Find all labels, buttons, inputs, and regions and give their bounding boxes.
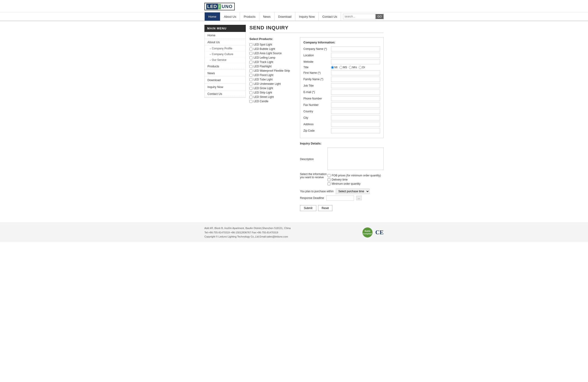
sidebar-item-about-us[interactable]: About Us (205, 39, 246, 46)
inquiry-details-title: Inquiry Details: (300, 142, 384, 145)
search-input[interactable] (343, 14, 375, 19)
input-email[interactable] (331, 90, 380, 95)
nav-contact-us[interactable]: Contact Us (318, 12, 341, 21)
sidebar: MAIN MENU Home About Us Company Profile … (204, 25, 246, 211)
input-country[interactable] (331, 109, 380, 114)
product-item: LED Track Light (250, 60, 295, 64)
checkbox-fob: FOB prices (for minimum order quantity) (328, 174, 384, 177)
checkbox-delivery: Delivery time (328, 178, 384, 181)
product-checkbox-7[interactable] (250, 74, 252, 77)
sidebar-item-products[interactable]: Products (205, 63, 246, 70)
nav-about-us[interactable]: About Us (220, 12, 240, 21)
deadline-picker-button[interactable]: ... (356, 196, 362, 200)
product-checkbox-10[interactable] (250, 87, 252, 90)
product-checkbox-12[interactable] (250, 96, 252, 99)
input-company-name[interactable] (331, 46, 380, 51)
radio-mrs[interactable]: Mrs (349, 66, 357, 69)
checkbox-moq-input[interactable] (328, 182, 331, 185)
product-label-12: LED Street Light (253, 95, 274, 99)
label-country: Country (303, 110, 331, 113)
sidebar-item-contact-us[interactable]: Contact Us (205, 90, 246, 97)
product-checkbox-3[interactable] (250, 56, 252, 59)
sidebar-item-company-culture[interactable]: Company Culture (205, 51, 246, 57)
product-checkbox-4[interactable] (250, 61, 252, 64)
radio-mr[interactable]: Mr (331, 66, 338, 69)
nav-news[interactable]: News (259, 12, 274, 21)
form-row-country: Country (303, 109, 380, 114)
label-address: Address (303, 123, 331, 126)
label-title: Title (303, 66, 331, 69)
form-row-zip: Zip Code (303, 128, 380, 133)
form-row-website: Website (303, 59, 380, 64)
radio-ms[interactable]: MS (339, 66, 347, 69)
sidebar-item-news[interactable]: News (205, 70, 246, 77)
label-location: Location (303, 54, 331, 57)
product-checkbox-1[interactable] (250, 47, 252, 51)
submit-button[interactable]: Submit (300, 205, 316, 211)
input-family-name[interactable] (331, 77, 380, 82)
product-label-3: LED Leiling Lamp (253, 56, 275, 59)
form-buttons: Submit Reset (300, 205, 384, 211)
input-zip[interactable] (331, 128, 380, 133)
logo[interactable]: LED / UNO (204, 3, 235, 10)
nav-inquiry-now[interactable]: Inquiry Now (295, 12, 319, 21)
footer-address: Add:4/F, Block B, HuiXin Apartment, BaoA… (204, 226, 291, 230)
form-row-company-name: Company Name (*) (303, 46, 380, 51)
sidebar-item-company-profile[interactable]: Company Profile (205, 46, 246, 51)
product-checkbox-9[interactable] (250, 83, 252, 85)
purchase-select[interactable]: Select purchase time 1 month 3 months 6 … (336, 189, 370, 194)
product-item: LED Street Light (250, 95, 295, 99)
description-textarea[interactable] (328, 148, 384, 170)
sidebar-item-inquiry-now[interactable]: Inquiry Now (205, 84, 246, 90)
footer: Add:4/F, Block B, HuiXin Apartment, BaoA… (0, 223, 588, 242)
sidebar-item-download[interactable]: Download (205, 77, 246, 84)
product-label-2: LED Area Light Source (253, 52, 282, 55)
nav-products[interactable]: Products (240, 12, 259, 21)
reset-button[interactable]: Reset (318, 205, 332, 211)
product-checkbox-2[interactable] (250, 52, 252, 55)
input-website[interactable] (331, 59, 380, 64)
input-address[interactable] (331, 122, 380, 127)
sidebar-item-our-service[interactable]: Our Service (205, 57, 246, 63)
footer-tel: Tel:+86-755-81470319 +86-15012836767 Fax… (204, 230, 291, 235)
product-checkbox-13[interactable] (250, 100, 252, 103)
input-fax[interactable] (331, 103, 380, 107)
nav-download[interactable]: Download (274, 12, 295, 21)
sidebar-item-home[interactable]: Home (205, 32, 246, 39)
radio-input-ms[interactable] (339, 66, 342, 69)
checkbox-moq: Minimum order quantity (328, 182, 384, 185)
input-city[interactable] (331, 115, 380, 120)
footer-copyright: Copyright © Leduno Lighting Technology C… (204, 234, 291, 239)
label-family-name: Family Name (*) (303, 78, 331, 81)
top-form-row: Select Products: LED Spot LightLED Bubbl… (250, 37, 384, 211)
form-row-description: Description (300, 148, 384, 171)
input-job-title[interactable] (331, 83, 380, 88)
label-phone: Phone Number (303, 97, 331, 100)
product-checkbox-5[interactable] (250, 65, 252, 68)
search-go-button[interactable]: GO (376, 14, 384, 19)
input-phone[interactable] (331, 96, 380, 101)
product-checkbox-11[interactable] (250, 91, 252, 94)
form-row-first-name: First Name (*) (303, 70, 380, 75)
product-checkbox-6[interactable] (250, 69, 252, 72)
product-item: LED Candle (250, 100, 295, 103)
checkbox-delivery-input[interactable] (328, 178, 331, 181)
product-checkbox-8[interactable] (250, 78, 252, 81)
input-first-name[interactable] (331, 70, 380, 75)
logo-slash: / (218, 4, 221, 9)
form-row-fax: Fax Number (303, 103, 380, 107)
company-info-box: Company Information: Company Name (*) Lo… (300, 37, 384, 138)
label-select-info: Select the information you want to recei… (300, 172, 328, 179)
radio-input-dr[interactable] (359, 66, 362, 69)
checkbox-fob-label: FOB prices (for minimum order quantity) (332, 174, 381, 177)
deadline-input[interactable] (326, 195, 354, 201)
radio-input-mr[interactable] (331, 66, 334, 69)
checkbox-fob-input[interactable] (328, 174, 331, 177)
input-location[interactable] (331, 53, 380, 58)
radio-dr[interactable]: Dr (359, 66, 365, 69)
label-email: E-mail (*) (303, 90, 331, 94)
radio-input-mrs[interactable] (349, 66, 352, 69)
product-checkbox-0[interactable] (250, 43, 252, 46)
nav-home[interactable]: Home (204, 12, 220, 21)
ce-badge: CE (375, 229, 384, 236)
